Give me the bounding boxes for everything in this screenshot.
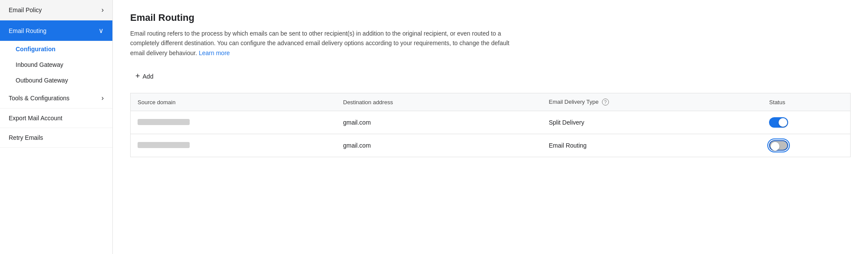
delivery-type-cell: Email Routing: [542, 134, 763, 157]
col-header-source: Source domain: [131, 93, 336, 111]
destination-address-cell: gmail.com: [336, 134, 542, 157]
toggle-knob: [779, 118, 787, 127]
source-domain-placeholder: [138, 142, 190, 148]
toggle-knob: [771, 142, 779, 151]
sidebar-sub-item-outbound-gateway[interactable]: Outbound Gateway: [0, 73, 112, 88]
sidebar-sub-item-inbound-gateway[interactable]: Inbound Gateway: [0, 57, 112, 73]
sidebar: Email Policy › Email Routing ∨ Configura…: [0, 0, 113, 254]
status-toggle-wrapper: [769, 140, 843, 151]
sidebar-item-export-mail-account[interactable]: Export Mail Account: [0, 109, 112, 128]
destination-address-cell: gmail.com: [336, 111, 542, 134]
table-row: gmail.com Split Delivery: [131, 111, 851, 134]
col-header-destination: Destination address: [336, 93, 542, 111]
sidebar-item-tools-configurations[interactable]: Tools & Configurations ›: [0, 88, 112, 109]
source-domain-placeholder: [138, 119, 190, 125]
sidebar-item-email-policy[interactable]: Email Policy ›: [0, 0, 112, 20]
chevron-right-icon: ›: [102, 94, 104, 102]
status-cell: [762, 134, 850, 157]
page-description: Email routing refers to the process by w…: [130, 29, 521, 58]
delivery-type-cell: Split Delivery: [542, 111, 763, 134]
status-cell: [762, 111, 850, 134]
main-content: Email Routing Email routing refers to th…: [113, 0, 868, 254]
table-row: gmail.com Email Routing: [131, 134, 851, 157]
add-button-label: Add: [143, 73, 154, 80]
routing-table: Source domain Destination address Email …: [130, 93, 851, 157]
sidebar-item-label: Email Policy: [9, 7, 42, 13]
page-title: Email Routing: [130, 12, 851, 23]
plus-icon: +: [135, 72, 140, 81]
col-header-delivery-type: Email Delivery Type ?: [542, 93, 763, 111]
help-icon[interactable]: ?: [602, 99, 609, 106]
status-toggle-wrapper: [769, 117, 843, 128]
sidebar-item-label: Export Mail Account: [9, 115, 62, 122]
sidebar-item-retry-emails[interactable]: Retry Emails: [0, 128, 112, 148]
col-header-status: Status: [762, 93, 850, 111]
sidebar-item-email-routing[interactable]: Email Routing ∨: [0, 20, 112, 41]
sidebar-item-label: Outbound Gateway: [16, 77, 68, 84]
sidebar-item-label: Configuration: [16, 46, 56, 53]
source-domain-cell: [131, 134, 336, 157]
sidebar-sub-item-configuration[interactable]: Configuration: [0, 41, 112, 57]
status-toggle-off[interactable]: [769, 140, 788, 151]
table-header-row: Source domain Destination address Email …: [131, 93, 851, 111]
sidebar-item-label: Tools & Configurations: [9, 95, 69, 102]
status-toggle-on[interactable]: [769, 117, 788, 128]
source-domain-cell: [131, 111, 336, 134]
learn-more-link[interactable]: Learn more: [199, 49, 230, 56]
chevron-down-icon: ∨: [99, 26, 104, 35]
sidebar-item-label: Retry Emails: [9, 134, 43, 141]
add-button[interactable]: + Add: [130, 68, 158, 84]
chevron-right-icon: ›: [102, 6, 104, 14]
sidebar-item-label: Email Routing: [9, 27, 46, 34]
sidebar-item-label: Inbound Gateway: [16, 61, 63, 68]
